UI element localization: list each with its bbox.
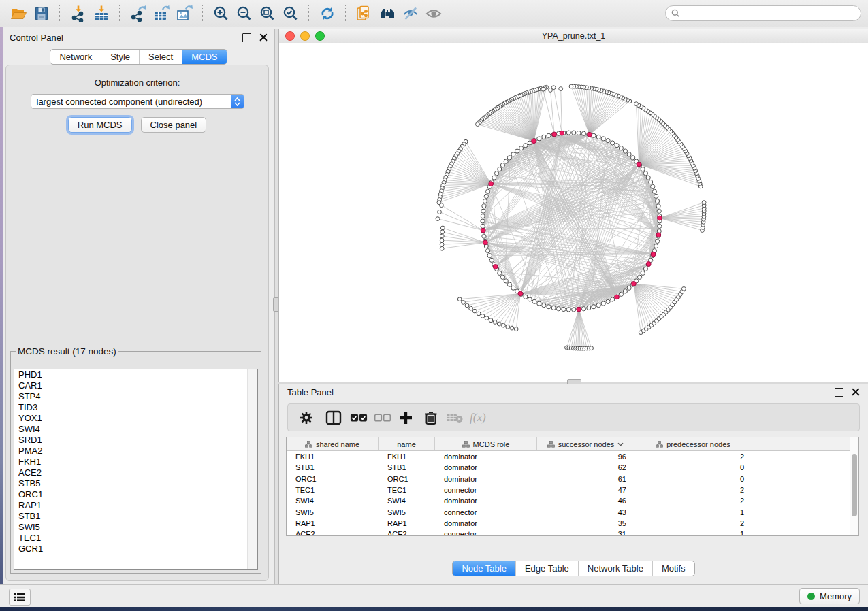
table-cell: ORC1 bbox=[379, 475, 435, 483]
mcds-result-item[interactable]: ACE2 bbox=[14, 467, 257, 478]
import-network-icon[interactable] bbox=[67, 3, 90, 24]
table-cell: 2 bbox=[634, 486, 752, 494]
table-cell: 43 bbox=[537, 508, 634, 516]
run-mcds-button[interactable]: Run MCDS bbox=[68, 117, 132, 133]
save-session-icon[interactable] bbox=[30, 3, 53, 24]
mcds-result-item[interactable]: TEC1 bbox=[14, 533, 257, 544]
zoom-fit-icon[interactable] bbox=[256, 3, 279, 24]
tab-style[interactable]: Style bbox=[101, 50, 139, 64]
sort-descending-icon bbox=[617, 442, 624, 446]
export-image-icon[interactable] bbox=[173, 3, 196, 24]
column-header-mcds-role[interactable]: MCDS role bbox=[435, 437, 537, 450]
mcds-result-group: MCDS result (17 nodes) PHD1CAR1STP4TID3Y… bbox=[10, 346, 261, 574]
add-column-icon[interactable] bbox=[397, 409, 415, 427]
import-table-icon[interactable] bbox=[90, 3, 113, 24]
task-history-button[interactable] bbox=[9, 589, 31, 606]
toolbar-separator bbox=[119, 5, 120, 22]
export-network-icon[interactable] bbox=[127, 3, 150, 24]
close-panel-icon[interactable] bbox=[259, 33, 268, 42]
column-header-name[interactable]: name bbox=[379, 437, 435, 450]
network-from-document-icon[interactable] bbox=[353, 3, 376, 24]
zoom-selected-icon[interactable] bbox=[279, 3, 302, 24]
export-table-icon[interactable] bbox=[150, 3, 173, 24]
toolbar-search[interactable] bbox=[665, 5, 861, 21]
mcds-result-item[interactable]: STB1 bbox=[14, 511, 257, 522]
float-panel-icon[interactable] bbox=[835, 388, 843, 397]
hide-graphics-details-icon[interactable] bbox=[399, 3, 422, 24]
split-columns-icon[interactable] bbox=[325, 409, 342, 427]
tab-node-table[interactable]: Node Table bbox=[453, 561, 515, 576]
mcds-result-item[interactable]: STP4 bbox=[14, 391, 257, 402]
mcds-result-item[interactable]: GCR1 bbox=[14, 544, 257, 555]
delete-column-icon[interactable] bbox=[422, 409, 440, 427]
hierarchy-icon bbox=[305, 441, 312, 448]
table-cell: TEC1 bbox=[287, 486, 379, 494]
tab-motifs[interactable]: Motifs bbox=[652, 561, 694, 576]
optimization-criterion-select[interactable]: largest connected component (undirected) bbox=[31, 94, 244, 109]
network-view-window: YPA_prune.txt_1 bbox=[278, 29, 868, 382]
mcds-result-item[interactable]: SWI5 bbox=[14, 522, 257, 533]
table-panel-title: Table Panel bbox=[287, 387, 334, 397]
tab-network-table[interactable]: Network Table bbox=[578, 561, 652, 576]
table-cell: dominator bbox=[435, 475, 537, 483]
tab-edge-table[interactable]: Edge Table bbox=[515, 561, 578, 576]
tab-mcds[interactable]: MCDS bbox=[182, 50, 226, 64]
column-header-shared-name[interactable]: shared name bbox=[287, 437, 379, 450]
network-canvas[interactable] bbox=[279, 43, 868, 382]
optimization-criterion-value: largest connected component (undirected) bbox=[31, 97, 231, 107]
result-scrollbar[interactable] bbox=[247, 369, 257, 569]
table-scrollbar[interactable] bbox=[850, 437, 858, 535]
select-all-checkboxes-icon[interactable] bbox=[350, 409, 368, 427]
gear-icon[interactable] bbox=[298, 409, 315, 427]
column-header-successor-nodes[interactable]: successor nodes bbox=[537, 437, 634, 450]
network-window-titlebar[interactable]: YPA_prune.txt_1 bbox=[279, 29, 868, 44]
mcds-result-item[interactable]: YOX1 bbox=[14, 413, 257, 424]
table-row[interactable]: ORC1ORC1dominator610 bbox=[287, 474, 850, 484]
table-cell: 96 bbox=[537, 452, 634, 461]
table-cell: dominator bbox=[435, 497, 537, 505]
table-cell: 2 bbox=[634, 452, 752, 461]
mcds-result-item[interactable]: PMA2 bbox=[14, 446, 257, 457]
table-row[interactable]: TEC1TEC1connector472 bbox=[287, 484, 850, 495]
table-row[interactable]: STB1STB1dominator620 bbox=[287, 462, 850, 473]
column-header-predecessor-nodes[interactable]: predecessor nodes bbox=[634, 437, 752, 450]
table-cell: 62 bbox=[537, 463, 634, 472]
float-panel-icon[interactable] bbox=[242, 33, 251, 42]
memory-button[interactable]: Memory bbox=[799, 588, 860, 604]
tab-network[interactable]: Network bbox=[50, 50, 101, 64]
table-cell: 31 bbox=[537, 530, 634, 536]
mcds-result-item[interactable]: TID3 bbox=[14, 402, 257, 413]
table-row[interactable]: SWI5SWI5connector431 bbox=[287, 506, 850, 517]
table-cell: 0 bbox=[634, 475, 752, 483]
zoom-in-icon[interactable] bbox=[210, 3, 233, 24]
mcds-result-item[interactable]: SWI4 bbox=[14, 424, 257, 435]
scrollbar-thumb[interactable] bbox=[852, 454, 857, 516]
mcds-result-item[interactable]: PHD1 bbox=[14, 369, 257, 380]
mcds-result-item[interactable]: CAR1 bbox=[14, 380, 257, 391]
deselect-all-checkboxes-icon[interactable] bbox=[374, 409, 391, 427]
zoom-out-icon[interactable] bbox=[233, 3, 256, 24]
mcds-result-item[interactable]: FKH1 bbox=[14, 457, 257, 467]
mcds-result-item[interactable]: STB5 bbox=[14, 478, 257, 489]
table-row[interactable]: RAP1RAP1dominator352 bbox=[287, 518, 850, 529]
app-window: Control Panel Network Style Select MCDS … bbox=[0, 0, 868, 611]
mcds-result-item[interactable]: RAP1 bbox=[14, 500, 257, 511]
mcds-result-item[interactable]: SRD1 bbox=[14, 435, 257, 446]
toolbar-separator bbox=[308, 5, 310, 22]
search-input[interactable] bbox=[684, 8, 855, 19]
open-file-icon[interactable] bbox=[7, 3, 30, 24]
mcds-result-item[interactable]: ORC1 bbox=[14, 489, 257, 500]
show-graphics-details-icon[interactable] bbox=[422, 3, 445, 24]
find-binoculars-icon[interactable] bbox=[376, 3, 399, 24]
memory-label: Memory bbox=[820, 591, 852, 601]
close-panel-button[interactable]: Close panel bbox=[141, 117, 207, 133]
table-row[interactable]: FKH1FKH1dominator962 bbox=[287, 451, 850, 462]
table-cell: FKH1 bbox=[379, 452, 435, 461]
close-panel-icon[interactable] bbox=[852, 388, 860, 396]
table-row[interactable]: SWI4SWI4dominator462 bbox=[287, 495, 850, 506]
apply-layout-icon[interactable] bbox=[316, 3, 339, 24]
tab-select[interactable]: Select bbox=[139, 50, 182, 64]
hierarchy-icon bbox=[656, 441, 663, 448]
table-cell: ACE2 bbox=[379, 530, 435, 536]
table-row[interactable]: ACE2ACE2connector311 bbox=[287, 529, 850, 536]
